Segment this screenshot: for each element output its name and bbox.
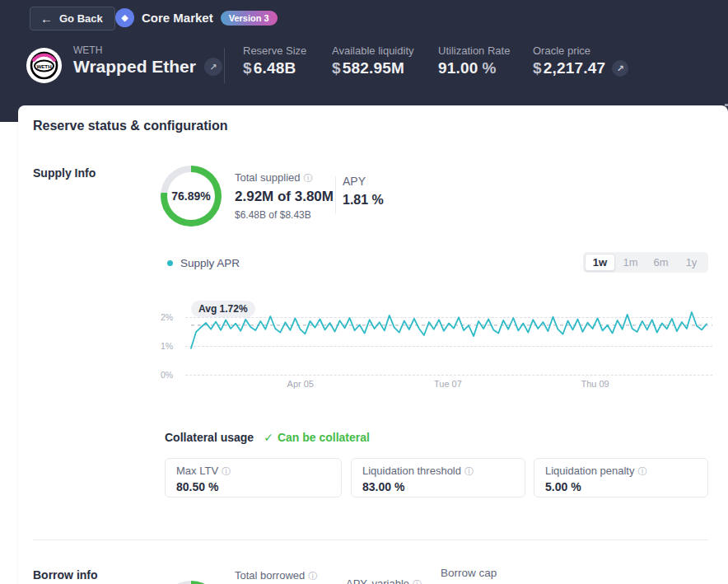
market-switcher[interactable]: ◆ Core Market Version 3 xyxy=(115,8,278,27)
supply-apy-block: APY 1.81 % xyxy=(343,175,384,208)
header-divider xyxy=(224,48,225,83)
oracle-external-link-icon[interactable]: ↗ xyxy=(612,60,628,77)
go-back-label: Go Back xyxy=(59,12,103,25)
liquidation-threshold-box: Liquidation thresholdⓘ 83.00 % xyxy=(351,458,525,498)
borrow-cap-label: Borrow cap xyxy=(441,567,497,579)
info-icon[interactable]: ⓘ xyxy=(308,571,317,581)
borrow-info-label: Borrow info xyxy=(33,568,98,582)
section-divider xyxy=(33,540,708,540)
info-icon[interactable]: ⓘ xyxy=(222,466,231,476)
chart-legend: Supply APR xyxy=(167,257,240,269)
avg-apr-badge: Avg 1.72% xyxy=(191,301,255,317)
stat-available-liquidity: Available liquidity $582.95M xyxy=(332,44,414,77)
collateral-status: ✓ Can be collateral xyxy=(264,431,370,444)
supply-apy-divider xyxy=(335,176,336,214)
check-icon: ✓ xyxy=(264,431,273,444)
range-1w-button[interactable]: 1w xyxy=(585,254,615,271)
legend-dot-icon xyxy=(167,260,173,266)
x-axis-tick: Apr 05 xyxy=(287,379,314,389)
collateral-usage-label: Collateral usage xyxy=(165,431,254,444)
supply-donut-pct: 76.89% xyxy=(171,189,210,203)
stat-reserve-size: Reserve Size $6.48B xyxy=(243,44,306,77)
card-title: Reserve status & configuration xyxy=(33,119,228,133)
info-icon[interactable]: ⓘ xyxy=(464,466,474,476)
stat-oracle-price: Oracle price $2,217.47 ↗ xyxy=(533,44,628,77)
y-axis-tick: 2% xyxy=(161,312,180,322)
svg-text:WETH: WETH xyxy=(36,63,52,69)
go-back-button[interactable]: ← Go Back xyxy=(30,7,115,30)
reserve-config-card: Reserve status & configuration Supply In… xyxy=(18,105,728,584)
token-name: Wrapped Ether xyxy=(73,57,196,77)
supplied-usd: $6.48B of $8.43B xyxy=(235,209,334,221)
x-axis-tick: Tue 07 xyxy=(434,379,462,389)
y-axis-tick: 0% xyxy=(161,370,180,380)
liquidation-penalty-box: Liquidation penaltyⓘ 5.00 % xyxy=(534,458,708,498)
legend-label: Supply APR xyxy=(180,257,240,269)
supply-apr-chart[interactable]: Avg 1.72% 0%1%2%Apr 05Tue 07Thu 09 xyxy=(161,298,717,390)
range-6m-button[interactable]: 6m xyxy=(646,254,676,271)
token-external-link-icon[interactable]: ↗ xyxy=(204,58,222,76)
apr-line-svg xyxy=(185,298,717,390)
y-axis-tick: 1% xyxy=(161,341,180,351)
market-name: Core Market xyxy=(142,11,213,25)
weth-token-logo: WETH xyxy=(26,48,62,83)
version-badge: Version 3 xyxy=(221,11,278,26)
info-icon[interactable]: ⓘ xyxy=(637,466,646,476)
total-supplied-block: Total suppliedⓘ 2.92M of 3.80M $6.48B of… xyxy=(235,171,334,221)
total-borrowed-label: Total borrowedⓘ xyxy=(235,569,317,582)
range-1y-button[interactable]: 1y xyxy=(676,254,707,271)
ethereum-icon: ◆ xyxy=(115,8,134,27)
info-icon[interactable]: ⓘ xyxy=(304,173,313,183)
time-range-selector: 1w 1m 6m 1y xyxy=(583,252,708,273)
supply-donut-chart: 76.89% xyxy=(161,166,222,227)
apy-variable-label: APY, variableⓘ xyxy=(346,577,422,584)
range-1m-button[interactable]: 1m xyxy=(615,254,646,271)
stat-utilization-rate: Utilization Rate 91.00% xyxy=(438,44,510,77)
max-ltv-box: Max LTVⓘ 80.50 % xyxy=(165,458,342,498)
x-axis-tick: Thu 09 xyxy=(581,379,609,389)
back-arrow-icon: ← xyxy=(40,12,53,26)
info-icon[interactable]: ⓘ xyxy=(413,579,422,584)
token-symbol: WETH xyxy=(73,44,102,56)
supplied-amount: 2.92M of 3.80M xyxy=(235,189,334,205)
supply-info-label: Supply Info xyxy=(33,166,96,180)
borrow-donut-chart xyxy=(161,581,222,584)
